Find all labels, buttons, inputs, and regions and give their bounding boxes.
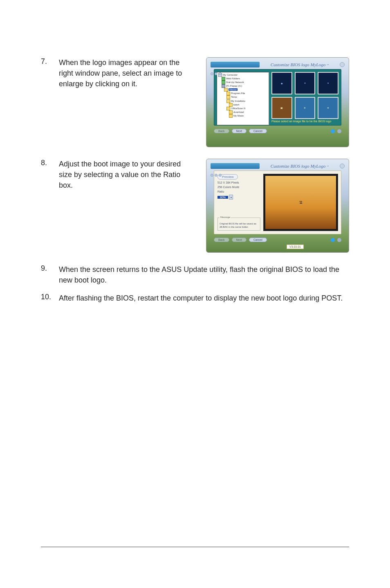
asus-logo-bar	[211, 62, 260, 67]
step-10-row: 10. After flashing the BIOS, restart the…	[41, 293, 349, 303]
window-topbar: Customize BIOS logo MyLogo ™	[211, 62, 345, 67]
tree-item[interactable]: download	[233, 111, 244, 113]
document-page: 7. When the logo images appear on the ri…	[0, 0, 390, 588]
tree-item[interactable]: Program File	[231, 92, 245, 94]
ratio-label: Ratio	[217, 190, 260, 193]
cancel-button[interactable]: Cancel	[249, 238, 267, 242]
step-number: 10.	[41, 293, 59, 303]
step-8-row: 8. Adjust the boot image to your desired…	[41, 159, 349, 253]
trademark-icon: ™	[327, 165, 329, 167]
image-thumbnail[interactable]: ✶	[318, 97, 338, 119]
message-text: Original BIOS file will be saved as 28.B…	[220, 222, 258, 229]
button-row: Back Next Cancel	[214, 238, 341, 242]
figure-mylogo-preview: Customize BIOS logo MyLogo ™ Preview 512…	[206, 159, 349, 253]
tree-item[interactable]: Temp	[231, 96, 237, 99]
folder-tree[interactable]: My Computer Web Folders Dial-Up Network …	[217, 72, 269, 125]
step-number: 9.	[41, 264, 59, 285]
close-icon[interactable]	[340, 62, 345, 67]
folder-icon	[226, 92, 230, 95]
brand-prefix: Customize BIOS logo	[271, 164, 309, 168]
side-info: Preview 512 X 384 Pixels 256 Colors Mode…	[217, 174, 260, 231]
brand-label: Customize BIOS logo MyLogo ™	[271, 62, 329, 67]
brand-name: MyLogo	[311, 164, 326, 168]
step-number: 8.	[41, 159, 59, 191]
content-panel: Preview 512 X 384 Pixels 256 Colors Mode…	[214, 171, 341, 234]
version-label: V3.03.01	[287, 245, 304, 249]
back-button[interactable]: Back	[214, 129, 229, 133]
tree-item[interactable]: My Music	[233, 114, 244, 117]
window-topbar: Customize BIOS logo MyLogo ™	[211, 163, 345, 169]
tree-item[interactable]: My Installatio	[231, 100, 245, 102]
status-dot-icon	[337, 238, 341, 242]
status-dot-icon	[331, 238, 335, 242]
folder-icon	[229, 110, 233, 114]
folder-icon	[226, 95, 230, 99]
folder-icon	[224, 88, 228, 92]
ratio-select[interactable]: 80% ▾	[217, 195, 260, 200]
step-text: When the screen returns to the ASUS Upda…	[59, 264, 349, 285]
tree-item[interactable]: Dial-Up Network	[226, 81, 244, 83]
message-box: Message Original BIOS file will be saved…	[217, 218, 260, 231]
step-text: After flashing the BIOS, restart the com…	[59, 293, 343, 303]
footer-divider	[41, 547, 349, 547]
tree-item[interactable]: 3½ Floppy (A:)	[226, 85, 242, 87]
brand-label: Customize BIOS logo MyLogo ™	[271, 164, 329, 168]
hint-text: Please select an image file to be the BI…	[271, 119, 338, 123]
next-button[interactable]: Next	[232, 238, 247, 242]
image-thumbnail[interactable]: ◆	[271, 72, 292, 94]
tree-item[interactable]: My Computer	[223, 74, 238, 76]
chevron-down-icon[interactable]: ▾	[229, 195, 233, 200]
message-legend: Message	[220, 216, 231, 218]
back-button[interactable]: Back	[214, 238, 229, 242]
mylogo-window: Customize BIOS logo MyLogo ™ Preview 512…	[206, 159, 349, 253]
step-number: 7.	[41, 57, 59, 89]
tree-item-selected[interactable]: Maxtor	[229, 88, 238, 91]
status-dot-icon	[337, 129, 341, 133]
image-thumbnail[interactable]: ●	[318, 72, 338, 94]
cancel-button[interactable]: Cancel	[249, 129, 267, 133]
step-8-text-block: 8. Adjust the boot image to your desired…	[41, 159, 192, 191]
asus-logo-bar	[211, 163, 260, 169]
figure-mylogo-browser: Customize BIOS logo MyLogo ™ My Computer…	[206, 57, 349, 147]
thumbnail-grid: ◆ ● ● ▣ ✶ ✶	[271, 72, 338, 119]
mylogo-window: Customize BIOS logo MyLogo ™ My Computer…	[206, 57, 349, 147]
folder-icon	[226, 99, 230, 103]
image-thumbnail[interactable]: ▣	[271, 97, 292, 119]
step-text: Adjust the boot image to your desired si…	[59, 159, 192, 191]
ratio-value: 80%	[217, 196, 228, 199]
preview-image: 🏝	[264, 174, 338, 231]
tree-item[interactable]: OfficeScan N	[231, 107, 245, 110]
step-9-row: 9. When the screen returns to the ASUS U…	[41, 264, 349, 285]
folder-icon	[229, 114, 233, 118]
thumbnail-pane: ◆ ● ● ▣ ✶ ✶ Please select an image file …	[271, 72, 338, 123]
status-dot-icon	[331, 129, 335, 133]
image-thumbnail[interactable]: ✶	[295, 97, 316, 119]
folder-icon	[226, 107, 230, 110]
binder-holes-icon	[211, 72, 222, 75]
image-thumbnail[interactable]: ●	[295, 72, 316, 94]
brand-prefix: Customize BIOS logo	[271, 62, 309, 67]
folder-icon	[229, 103, 233, 107]
content-panel: My Computer Web Folders Dial-Up Network …	[214, 69, 341, 126]
next-button[interactable]: Next	[232, 129, 247, 133]
tree-item[interactable]: Web Folders	[226, 77, 240, 80]
step-text: When the logo images appear on the right…	[59, 57, 192, 89]
button-row: Back Next Cancel	[214, 129, 341, 133]
floppy-icon	[222, 84, 225, 88]
brand-name: MyLogo	[311, 62, 326, 67]
network-icon	[222, 81, 225, 84]
dimensions-label: 512 X 384 Pixels	[217, 181, 260, 184]
folder-icon	[222, 77, 225, 81]
colors-label: 256 Colors Mode	[217, 186, 260, 189]
tree-item[interactable]: batch	[233, 103, 240, 106]
trademark-icon: ™	[327, 64, 329, 66]
binder-holes-icon	[211, 174, 222, 177]
close-icon[interactable]	[340, 164, 345, 168]
step-7-text-block: 7. When the logo images appear on the ri…	[41, 57, 192, 89]
step-7-row: 7. When the logo images appear on the ri…	[41, 57, 349, 147]
